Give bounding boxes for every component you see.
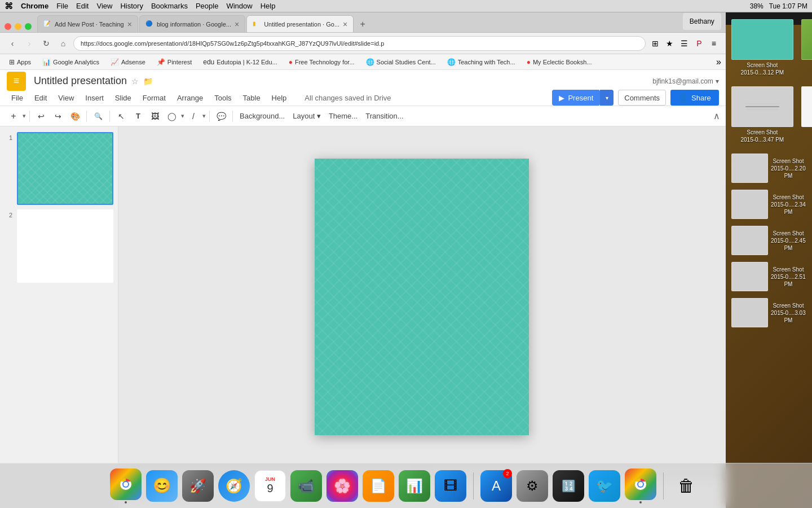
address-bar[interactable]: https://docs.google.com/presentation/d/1… [73,36,646,51]
undo-button[interactable]: ↩ [33,108,49,124]
desktop-icon-screenshot4[interactable]: Screen Shot2015-0....2.34 PM [729,187,809,221]
apple-menu[interactable]: ⌘ [5,1,13,11]
dock-chrome[interactable] [110,468,142,503]
desktop-icon-screenshot7[interactable]: Screen Shot2015-0....3.03 PM [729,296,809,330]
people-menu[interactable]: People [196,2,218,10]
help-menu[interactable]: Help [261,2,276,10]
dock-trash[interactable]: 🗑 [670,470,702,502]
user-dropdown-icon[interactable]: ▾ [716,77,719,85]
tab-3[interactable]: ▮ Untitled presentation · Go... × [246,15,354,32]
collapse-toolbar-button[interactable]: ∧ [713,111,720,121]
desktop-icon-screenshot3[interactable]: Screen Shot2015-0....2.20 PM [729,151,809,185]
dock-appstore[interactable]: A 2 [480,470,512,502]
history-menu[interactable]: History [120,2,143,10]
star-icon[interactable]: ☆ [131,77,139,86]
bookmark-analytics[interactable]: 📊 Google Analytics [38,56,104,68]
dock-numbers[interactable]: 📊 [399,470,430,502]
dock-photos[interactable]: 🌸 [326,470,358,502]
bookmark-adsense[interactable]: 📈 Adsense [106,56,150,68]
user-profile[interactable]: Bethany [683,13,721,30]
window-menu[interactable]: Window [226,2,252,10]
menu-file[interactable]: File [7,93,28,103]
theme-button[interactable]: Theme... [325,108,361,124]
layout-button[interactable]: Layout ▾ [289,108,324,124]
bookmarks-more[interactable]: » [716,57,721,67]
desktop-icon-experience[interactable]: XP ExperiencePoints [799,17,812,78]
chrome-menu[interactable]: Chrome [21,2,48,10]
dock-rocket[interactable]: 🚀 [182,470,214,502]
dock-chrome2[interactable] [625,468,656,503]
dock-keynote[interactable]: 🎞 [435,470,466,502]
tab-2-close[interactable]: × [235,20,239,29]
line-button[interactable]: / [186,108,201,124]
bookmark-teaching[interactable]: 🌐 Teaching with Tech... [443,56,520,68]
line-dropdown[interactable]: ▾ [202,112,206,120]
menu-view[interactable]: View [54,93,78,103]
menu-edit[interactable]: Edit [30,93,51,103]
comments-button[interactable]: Comments [618,90,666,106]
menu-tools[interactable]: Tools [210,93,236,103]
edit-menu[interactable]: Edit [76,2,89,10]
zoom-button[interactable]: + [6,108,21,124]
home-button[interactable]: ⌂ [56,37,70,50]
dock-calendar[interactable]: JUN 9 [254,470,286,502]
minimize-button[interactable] [15,23,21,30]
select-button[interactable]: ↖ [113,108,129,124]
close-button[interactable] [5,23,11,30]
bookmark-edutopia[interactable]: edu Edutopia | K-12 Edu... [198,56,281,68]
zoom-dropdown[interactable]: ▾ [23,112,26,120]
extensions-icon[interactable]: ⊞ [649,37,661,50]
desktop-icon-screenshot2[interactable]: Screen Shot2015-0...3.47 PM [729,84,796,146]
bookmark-freetek[interactable]: ● Free Technology for... [284,56,359,68]
share-button[interactable]: 👤 Share [670,90,719,106]
dock-twitter[interactable]: 🐦 [589,470,620,502]
slide-canvas-wrapper[interactable] [118,126,726,467]
presentation-title[interactable]: Untitled presentation [34,75,127,87]
bookmarks-menu[interactable]: Bookmarks [151,2,188,10]
menu-icon[interactable]: ≡ [708,37,720,50]
forward-button[interactable]: › [23,37,36,50]
back-button[interactable]: ‹ [6,37,19,50]
bookmark-pinterest[interactable]: 📌 Pinterest [152,56,196,68]
menu-insert[interactable]: Insert [81,93,108,103]
paint-button[interactable]: 🎨 [67,108,83,124]
shapes-dropdown[interactable]: ▾ [181,112,184,120]
slide-1-thumb[interactable]: 1 [5,132,113,205]
transition-button[interactable]: Transition... [362,108,407,124]
tab-1[interactable]: 📝 Add New Post · Teaching × [37,15,138,32]
dock-systemprefs[interactable]: ⚙ [517,470,548,502]
dock-calculator[interactable]: 🔢 [553,470,584,502]
tab-3-close[interactable]: × [343,20,347,29]
shapes-button[interactable]: ◯ [164,108,180,124]
menu-slide[interactable]: Slide [111,93,136,103]
bookmark-bookshelf[interactable]: ● My Eclectic Booksh... [522,56,597,68]
maximize-button[interactable] [25,23,32,30]
desktop-icon-screenshot5[interactable]: Screen Shot2015-0....2.45 PM [729,224,809,257]
bookmark-apps[interactable]: ⊞ Apps [5,56,36,68]
menu-arrange[interactable]: Arrange [173,93,208,103]
pinterest-icon[interactable]: P [693,37,705,50]
new-tab-button[interactable]: + [355,16,370,32]
reload-button[interactable]: ↻ [39,37,53,50]
view-menu[interactable]: View [96,2,112,10]
slide-2-thumb[interactable]: 2 [5,209,113,282]
background-button[interactable]: Background... [236,108,288,124]
dock-safari[interactable]: 🧭 [218,470,250,502]
bookmark-socialstudies[interactable]: 🌐 Social Studies Cent... [361,56,440,68]
present-button[interactable]: ▶ Present [552,90,600,106]
zoom-percent-button[interactable]: 🔍 [90,108,106,124]
desktop-icon-screenshot1[interactable]: Screen Shot2015-0...3.12 PM [729,17,796,78]
bookmark-icon[interactable]: ★ [664,37,676,50]
image-button[interactable]: 🖼 [147,108,163,124]
comment-button[interactable]: 💬 [213,108,229,124]
tab-2[interactable]: 🔵 blog information · Google... × [139,15,245,32]
menu-format[interactable]: Format [138,93,170,103]
slide-canvas[interactable] [315,159,529,435]
dock-finder[interactable]: 😊 [146,470,178,502]
dock-facetime[interactable]: 📹 [290,470,322,502]
file-menu[interactable]: File [56,2,68,10]
desktop-icon-quizizz[interactable]: Quizizz QuizizzScreenshot [799,84,812,146]
reader-icon[interactable]: ☰ [678,37,691,50]
dock-pages[interactable]: 📄 [363,470,394,502]
redo-button[interactable]: ↪ [50,108,66,124]
